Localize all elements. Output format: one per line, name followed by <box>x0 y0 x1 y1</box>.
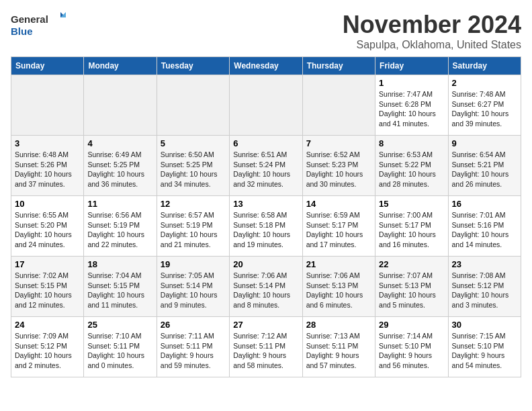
calendar-cell: 24Sunrise: 7:09 AM Sunset: 5:12 PM Dayli… <box>11 317 84 377</box>
calendar-cell: 27Sunrise: 7:12 AM Sunset: 5:11 PM Dayli… <box>230 317 302 377</box>
weekday-sunday: Sunday <box>11 57 84 75</box>
page-header: General Blue November 2024 Sapulpa, Okla… <box>11 11 521 51</box>
day-number: 29 <box>379 320 444 330</box>
calendar-cell: 22Sunrise: 7:07 AM Sunset: 5:13 PM Dayli… <box>375 257 448 317</box>
calendar-cell: 25Sunrise: 7:10 AM Sunset: 5:11 PM Dayli… <box>84 317 157 377</box>
calendar-cell: 8Sunrise: 6:53 AM Sunset: 5:22 PM Daylig… <box>375 136 448 196</box>
calendar-cell: 13Sunrise: 6:58 AM Sunset: 5:18 PM Dayli… <box>230 196 302 257</box>
calendar-cell <box>302 75 375 136</box>
day-detail: Sunrise: 7:10 AM Sunset: 5:11 PM Dayligh… <box>87 331 152 371</box>
day-detail: Sunrise: 7:02 AM Sunset: 5:15 PM Dayligh… <box>15 271 80 310</box>
calendar-cell: 4Sunrise: 6:49 AM Sunset: 5:25 PM Daylig… <box>84 136 157 196</box>
day-number: 9 <box>452 138 517 148</box>
calendar-cell: 19Sunrise: 7:05 AM Sunset: 5:14 PM Dayli… <box>157 257 229 317</box>
day-number: 28 <box>306 320 371 330</box>
day-number: 20 <box>233 259 298 269</box>
calendar-cell: 29Sunrise: 7:14 AM Sunset: 5:10 PM Dayli… <box>375 317 448 377</box>
calendar-cell: 5Sunrise: 6:50 AM Sunset: 5:25 PM Daylig… <box>157 136 229 196</box>
day-detail: Sunrise: 6:50 AM Sunset: 5:25 PM Dayligh… <box>161 150 226 189</box>
day-number: 7 <box>306 138 371 148</box>
day-number: 5 <box>161 138 226 148</box>
day-detail: Sunrise: 7:12 AM Sunset: 5:11 PM Dayligh… <box>233 331 298 371</box>
calendar-cell: 2Sunrise: 7:48 AM Sunset: 6:27 PM Daylig… <box>448 75 521 136</box>
day-detail: Sunrise: 7:47 AM Sunset: 6:28 PM Dayligh… <box>379 89 444 129</box>
day-detail: Sunrise: 7:01 AM Sunset: 5:16 PM Dayligh… <box>452 210 517 250</box>
day-detail: Sunrise: 7:04 AM Sunset: 5:15 PM Dayligh… <box>87 271 152 310</box>
day-detail: Sunrise: 7:09 AM Sunset: 5:12 PM Dayligh… <box>15 331 80 371</box>
calendar-cell: 14Sunrise: 6:59 AM Sunset: 5:17 PM Dayli… <box>302 196 375 257</box>
day-number: 23 <box>452 259 517 269</box>
logo: General Blue <box>11 11 71 38</box>
weekday-monday: Monday <box>84 57 157 75</box>
calendar-cell: 7Sunrise: 6:52 AM Sunset: 5:23 PM Daylig… <box>302 136 375 196</box>
day-detail: Sunrise: 7:05 AM Sunset: 5:14 PM Dayligh… <box>161 271 226 310</box>
calendar-cell: 23Sunrise: 7:08 AM Sunset: 5:12 PM Dayli… <box>448 257 521 317</box>
week-row-2: 3Sunrise: 6:48 AM Sunset: 5:26 PM Daylig… <box>11 136 521 196</box>
weekday-saturday: Saturday <box>448 57 521 75</box>
day-detail: Sunrise: 7:13 AM Sunset: 5:11 PM Dayligh… <box>306 331 371 371</box>
weekday-thursday: Thursday <box>302 57 375 75</box>
day-number: 2 <box>452 78 517 88</box>
calendar-cell: 18Sunrise: 7:04 AM Sunset: 5:15 PM Dayli… <box>84 257 157 317</box>
day-number: 30 <box>452 320 517 330</box>
weekday-tuesday: Tuesday <box>157 57 229 75</box>
calendar-cell <box>84 75 157 136</box>
calendar-cell: 16Sunrise: 7:01 AM Sunset: 5:16 PM Dayli… <box>448 196 521 257</box>
calendar-cell: 17Sunrise: 7:02 AM Sunset: 5:15 PM Dayli… <box>11 257 84 317</box>
calendar-cell: 20Sunrise: 7:06 AM Sunset: 5:14 PM Dayli… <box>230 257 302 317</box>
weekday-header-row: SundayMondayTuesdayWednesdayThursdayFrid… <box>11 57 521 75</box>
day-number: 1 <box>379 78 444 88</box>
day-detail: Sunrise: 6:51 AM Sunset: 5:24 PM Dayligh… <box>233 150 298 189</box>
day-number: 11 <box>87 199 152 209</box>
day-detail: Sunrise: 7:00 AM Sunset: 5:17 PM Dayligh… <box>379 210 444 250</box>
calendar-cell <box>157 75 229 136</box>
day-number: 26 <box>161 320 226 330</box>
svg-text:Blue: Blue <box>11 26 33 37</box>
day-number: 15 <box>379 199 444 209</box>
calendar-cell: 1Sunrise: 7:47 AM Sunset: 6:28 PM Daylig… <box>375 75 448 136</box>
day-number: 8 <box>379 138 444 148</box>
day-number: 13 <box>233 199 298 209</box>
svg-text:General: General <box>11 13 48 25</box>
day-detail: Sunrise: 6:48 AM Sunset: 5:26 PM Dayligh… <box>15 150 80 189</box>
logo-svg: General Blue <box>11 11 71 38</box>
calendar-cell: 9Sunrise: 6:54 AM Sunset: 5:21 PM Daylig… <box>448 136 521 196</box>
calendar-cell: 12Sunrise: 6:57 AM Sunset: 5:19 PM Dayli… <box>157 196 229 257</box>
day-detail: Sunrise: 6:52 AM Sunset: 5:23 PM Dayligh… <box>306 150 371 189</box>
day-number: 17 <box>15 259 80 269</box>
week-row-1: 1Sunrise: 7:47 AM Sunset: 6:28 PM Daylig… <box>11 75 521 136</box>
day-number: 14 <box>306 199 371 209</box>
day-detail: Sunrise: 6:56 AM Sunset: 5:19 PM Dayligh… <box>87 210 152 250</box>
day-number: 10 <box>15 199 80 209</box>
calendar-table: SundayMondayTuesdayWednesdayThursdayFrid… <box>11 56 521 377</box>
day-detail: Sunrise: 7:07 AM Sunset: 5:13 PM Dayligh… <box>379 271 444 310</box>
day-detail: Sunrise: 6:49 AM Sunset: 5:25 PM Dayligh… <box>87 150 152 189</box>
day-detail: Sunrise: 6:58 AM Sunset: 5:18 PM Dayligh… <box>233 210 298 250</box>
day-detail: Sunrise: 7:11 AM Sunset: 5:11 PM Dayligh… <box>161 331 226 371</box>
month-title: November 2024 <box>343 11 521 39</box>
day-detail: Sunrise: 6:57 AM Sunset: 5:19 PM Dayligh… <box>161 210 226 250</box>
calendar-cell: 6Sunrise: 6:51 AM Sunset: 5:24 PM Daylig… <box>230 136 302 196</box>
day-detail: Sunrise: 6:54 AM Sunset: 5:21 PM Dayligh… <box>452 150 517 189</box>
day-number: 25 <box>87 320 152 330</box>
calendar-cell: 15Sunrise: 7:00 AM Sunset: 5:17 PM Dayli… <box>375 196 448 257</box>
week-row-3: 10Sunrise: 6:55 AM Sunset: 5:20 PM Dayli… <box>11 196 521 257</box>
week-row-5: 24Sunrise: 7:09 AM Sunset: 5:12 PM Dayli… <box>11 317 521 377</box>
day-detail: Sunrise: 6:53 AM Sunset: 5:22 PM Dayligh… <box>379 150 444 189</box>
day-detail: Sunrise: 6:55 AM Sunset: 5:20 PM Dayligh… <box>15 210 80 250</box>
weekday-wednesday: Wednesday <box>230 57 302 75</box>
calendar-cell: 26Sunrise: 7:11 AM Sunset: 5:11 PM Dayli… <box>157 317 229 377</box>
day-number: 24 <box>15 320 80 330</box>
calendar-cell: 30Sunrise: 7:15 AM Sunset: 5:10 PM Dayli… <box>448 317 521 377</box>
title-section: November 2024 Sapulpa, Oklahoma, United … <box>343 11 521 51</box>
day-number: 18 <box>87 259 152 269</box>
calendar-cell: 28Sunrise: 7:13 AM Sunset: 5:11 PM Dayli… <box>302 317 375 377</box>
calendar-body: 1Sunrise: 7:47 AM Sunset: 6:28 PM Daylig… <box>11 75 521 377</box>
day-detail: Sunrise: 7:08 AM Sunset: 5:12 PM Dayligh… <box>452 271 517 310</box>
calendar-cell: 10Sunrise: 6:55 AM Sunset: 5:20 PM Dayli… <box>11 196 84 257</box>
day-number: 16 <box>452 199 517 209</box>
day-detail: Sunrise: 7:06 AM Sunset: 5:14 PM Dayligh… <box>233 271 298 310</box>
day-detail: Sunrise: 6:59 AM Sunset: 5:17 PM Dayligh… <box>306 210 371 250</box>
location-title: Sapulpa, Oklahoma, United States <box>343 39 521 51</box>
day-detail: Sunrise: 7:15 AM Sunset: 5:10 PM Dayligh… <box>452 331 517 371</box>
